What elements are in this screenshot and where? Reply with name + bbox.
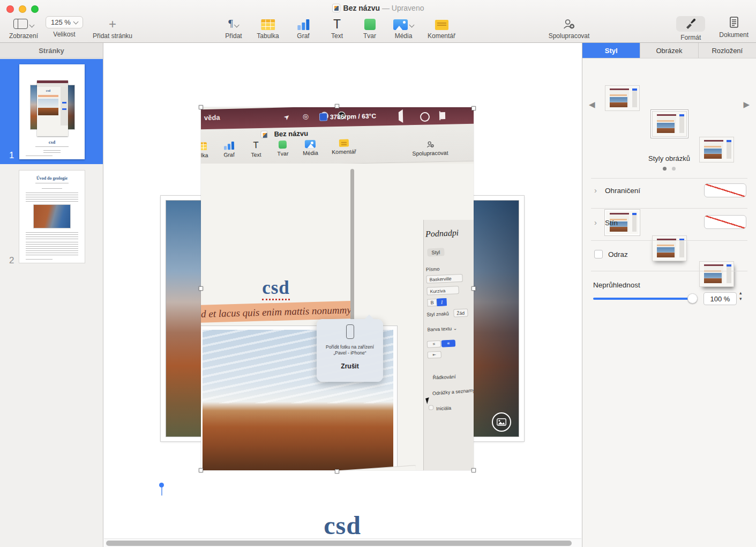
shadow-disclosure-chevron[interactable]: ›	[594, 219, 597, 226]
chart-button[interactable]: Graf	[297, 16, 309, 40]
document-canvas[interactable]: věda ➤ ◎ ✓ 3786rpm / 63°C Bez názvu bulk…	[104, 43, 581, 547]
photo-collaborate-button: Spolupracovat	[412, 141, 448, 157]
window-toolbar: Bez názvu — Upraveno Zobrazení 125 % Vel…	[0, 0, 756, 43]
text-icon: T	[333, 18, 341, 30]
pilcrow-icon: ¶	[228, 17, 233, 30]
opacity-slider-track[interactable]	[593, 298, 696, 300]
shape-button[interactable]: Tvar	[363, 16, 376, 40]
window-title: Bez názvu — Upraveno	[161, 4, 595, 12]
opacity-stepper[interactable]: ▴▾	[739, 291, 742, 301]
styles-prev-arrow[interactable]: ◀	[589, 100, 595, 109]
horizontal-scrollbar-thumb[interactable]	[106, 541, 572, 546]
dot[interactable]	[672, 167, 676, 171]
photo-media-button: Média	[303, 140, 318, 157]
opacity-slider-thumb[interactable]	[687, 293, 698, 304]
opacity-value-field[interactable]: 100 %	[703, 292, 737, 305]
chevron-down-icon	[234, 23, 239, 28]
border-disclosure-chevron[interactable]: ›	[594, 187, 597, 194]
photo-document-area: csd d et lacus quis enim mattis nonummy …	[201, 164, 474, 470]
tab-styl[interactable]: Styl	[582, 43, 640, 58]
opacity-label: Neprůhlednost	[593, 281, 640, 289]
image-style-option-2-selected[interactable]	[652, 111, 687, 137]
pages-document-icon	[260, 130, 267, 138]
selection-handle-bottom-middle[interactable]	[335, 469, 339, 474]
text-icon: T	[253, 141, 259, 150]
view-icon	[13, 19, 28, 29]
speaker-icon	[399, 112, 403, 121]
photo-menu-text: věda	[204, 113, 220, 122]
photo-text-button: T Text	[251, 141, 261, 158]
insert-button[interactable]: ¶ Přidat	[225, 16, 242, 40]
selection-handle-bottom-right[interactable]	[471, 468, 476, 472]
format-button[interactable]: Formát	[676, 16, 705, 41]
media-button[interactable]: Média	[393, 16, 414, 40]
table-icon	[261, 19, 275, 30]
collaborate-button[interactable]: Spolupracovat	[549, 16, 590, 40]
shadow-style-swatch-none[interactable]	[704, 215, 746, 229]
collaborate-person-icon	[425, 141, 434, 148]
styles-next-arrow[interactable]: ▶	[743, 100, 750, 109]
page-thumbnail-1-selected[interactable]: csd csd 1	[0, 59, 103, 164]
image-style-option-6[interactable]	[699, 261, 734, 287]
mouse-cursor	[425, 397, 431, 404]
close-window-button[interactable]	[6, 5, 14, 13]
selection-handle-middle-right[interactable]	[471, 286, 476, 291]
selection-handle-bottom-left[interactable]	[199, 468, 203, 472]
text-button[interactable]: T Text	[331, 16, 343, 40]
tab-obrazek[interactable]: Obrázek	[640, 43, 698, 58]
photo-doc-title: csd	[222, 277, 330, 299]
document-status: Upraveno	[392, 4, 424, 12]
bar-chart-icon	[297, 19, 309, 30]
photo-window-title: Bez názvu	[260, 129, 308, 138]
comment-icon	[435, 20, 448, 30]
stepper-up-icon[interactable]: ▴	[739, 291, 742, 295]
format-inspector-panel: Styl Obrázek Rozložení ◀ ▶ Styly obrázků…	[582, 43, 756, 547]
selection-handle-middle-left[interactable]	[199, 286, 203, 291]
photo-table-button: bulka	[201, 142, 208, 159]
border-label: Ohraničení	[605, 187, 640, 195]
chevron-down-icon	[29, 23, 35, 28]
selection-handle-top-left[interactable]	[199, 105, 203, 109]
tab-rozlozeni[interactable]: Rozložení	[699, 43, 756, 58]
photo-inspector-header: Podnadpi	[425, 228, 459, 239]
photo-window-chrome: Bez názvu bulka Graf T Text Tvar Média	[201, 124, 474, 167]
zoom-level-control[interactable]: 125 % Velikost	[46, 16, 83, 38]
pages-sidebar: Stránky csd csd 1 Úvod do geologie	[0, 43, 103, 547]
table-icon	[201, 142, 207, 150]
document-button[interactable]: Dokument	[719, 16, 748, 41]
zoom-window-button[interactable]	[31, 5, 39, 13]
border-style-swatch-none[interactable]	[704, 183, 746, 197]
insertion-pin[interactable]	[159, 483, 164, 496]
sidebar-header: Stránky	[0, 43, 103, 58]
media-icon	[305, 140, 316, 148]
photo-cancel-button: Zrušit	[317, 363, 383, 370]
view-button[interactable]: Zobrazení	[9, 16, 38, 40]
dot-active[interactable]	[663, 167, 667, 171]
horizontal-scrollbar[interactable]	[104, 538, 581, 547]
traffic-lights	[6, 5, 39, 13]
document-icon	[729, 16, 739, 29]
page-bottom-title[interactable]: csd	[168, 511, 517, 540]
image-style-option-1[interactable]	[605, 85, 640, 111]
photo-checkbox	[429, 405, 433, 410]
minimize-window-button[interactable]	[19, 5, 26, 13]
selection-handle-top-right[interactable]	[471, 106, 476, 110]
page-number-1: 1	[9, 150, 14, 161]
media-placeholder-button[interactable]	[492, 412, 511, 432]
rpm-temp-text: 3786rpm / 63°C	[330, 112, 377, 121]
selected-photo-object[interactable]: věda ➤ ◎ ✓ 3786rpm / 63°C Bez názvu bulk…	[201, 107, 474, 470]
thumb-doc-title: csd	[19, 139, 85, 145]
stepper-down-icon[interactable]: ▾	[739, 297, 742, 301]
collaborate-person-icon	[563, 18, 575, 30]
reflection-checkbox[interactable]	[594, 250, 603, 258]
circle-icon: ◎	[303, 112, 309, 121]
page-thumbnail-2[interactable]: Úvod do geologie 2	[0, 164, 103, 266]
styles-page-dots[interactable]	[582, 167, 756, 171]
table-button[interactable]: Tabulka	[257, 16, 279, 40]
photo-comment-button: Komentář	[332, 139, 356, 155]
image-style-option-5[interactable]	[652, 235, 687, 261]
selection-handle-top-middle[interactable]	[335, 104, 339, 108]
shape-icon	[279, 141, 287, 149]
add-page-button[interactable]: + Přidat stránku	[93, 16, 132, 40]
comment-button[interactable]: Komentář	[428, 16, 455, 40]
